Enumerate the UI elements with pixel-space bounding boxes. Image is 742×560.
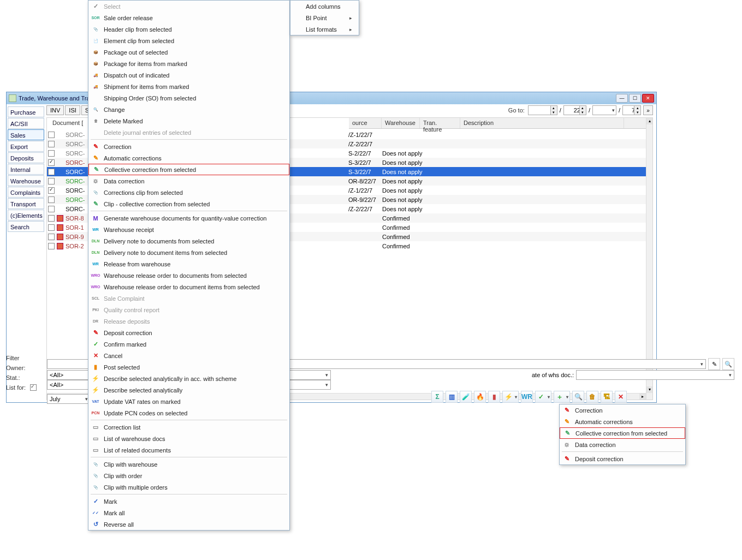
menu-item[interactable]: WRRelease from warehouse: [88, 258, 289, 270]
menu-item[interactable]: ✓Mark: [88, 496, 289, 507]
filter-build-button[interactable]: ✎: [708, 358, 720, 370]
menu-item[interactable]: 🗑Delete Marked: [88, 115, 289, 127]
row-checkbox[interactable]: [48, 141, 55, 147]
menu-item[interactable]: 🚚Dispatch out of indicated: [88, 69, 289, 81]
goto-field4[interactable]: 7▴▾: [622, 105, 641, 115]
nav-internal[interactable]: Internal: [8, 164, 44, 175]
menu-item[interactable]: 📎Clip with warehouse: [88, 458, 289, 470]
menu-item[interactable]: 📎Header clip from selected: [88, 23, 289, 35]
row-checkbox[interactable]: [48, 150, 55, 157]
menu-item[interactable]: PCNUpdate PCN codes on selected: [88, 407, 289, 419]
nav-acsii[interactable]: AC/SII: [8, 118, 44, 129]
menu-item[interactable]: ▭List of warehouse docs: [88, 433, 289, 444]
nav-export[interactable]: Export: [8, 141, 44, 152]
goto-field2[interactable]: 22▴▾: [563, 105, 586, 115]
toolbar-button[interactable]: ▥: [446, 391, 458, 403]
goto-field3[interactable]: [592, 105, 616, 115]
toolbar-button[interactable]: 🔥: [474, 391, 486, 403]
menu-item[interactable]: SORSale order release: [88, 12, 289, 23]
menu-item[interactable]: ✓Confirm marked: [88, 338, 289, 350]
menu-item[interactable]: ▮Post selected: [88, 361, 289, 373]
menu-item[interactable]: ↺Reverse all: [88, 519, 289, 530]
context-menu-columns[interactable]: Add columnsBI Point▸List formats▸: [290, 0, 359, 35]
toolbar-button[interactable]: Σ: [431, 391, 443, 403]
scrollbar-vertical[interactable]: ▴▾: [646, 118, 652, 400]
menu-item[interactable]: WROWarehouse release order to document i…: [88, 281, 289, 293]
menu-item[interactable]: ⚡Describe selected analytically in acc. …: [88, 373, 289, 384]
tab-inv[interactable]: INV: [46, 105, 64, 115]
menu-item[interactable]: 📎Clip with order: [88, 470, 289, 481]
menu-item[interactable]: 📎Corrections clip from selected: [88, 187, 289, 198]
menu-item[interactable]: VATUpdate VAT rates on marked: [88, 396, 289, 407]
menu-item[interactable]: ✎Clip - collective correction from selec…: [88, 198, 289, 210]
filter-apply-button[interactable]: 🔍: [722, 358, 734, 370]
nav-sales[interactable]: Sales: [8, 129, 44, 140]
col-header[interactable]: ource: [349, 118, 382, 128]
menu-item[interactable]: 📦Package out of selected: [88, 46, 289, 58]
nav-complaints[interactable]: Complaints: [8, 187, 44, 198]
toolbar-button[interactable]: ⚡: [502, 391, 519, 403]
row-checkbox[interactable]: [48, 132, 55, 138]
listfor-combo[interactable]: July: [47, 394, 91, 404]
menu-item[interactable]: 📦Package for items from marked: [88, 58, 289, 69]
menu-item[interactable]: ✎Correction: [88, 141, 289, 152]
menu-item[interactable]: List formats▸: [290, 23, 359, 35]
tab-isi[interactable]: ISI: [65, 105, 80, 115]
menu-item[interactable]: ✎Automatic corrections: [560, 416, 685, 427]
toolbar-button[interactable]: WR: [521, 391, 533, 403]
menu-item[interactable]: DLNDelivery note to document items from …: [88, 247, 289, 258]
dropdown-correction[interactable]: ✎Correction✎Automatic corrections✎Collec…: [559, 404, 686, 465]
menu-item[interactable]: ▭List of related documents: [88, 444, 289, 456]
col-header[interactable]: Description: [460, 118, 624, 128]
menu-item[interactable]: ✎Correction: [560, 404, 685, 416]
menu-item[interactable]: WROWarehouse release order to documents …: [88, 270, 289, 281]
nav-deposits[interactable]: Deposits: [8, 152, 44, 163]
menu-item[interactable]: BI Point▸: [290, 12, 359, 23]
menu-item[interactable]: Add columns: [290, 1, 359, 12]
listfor-checkbox[interactable]: [30, 384, 37, 391]
menu-item[interactable]: ✎Deposit correction: [88, 327, 289, 338]
menu-item[interactable]: ⚡Describe selected analytically: [88, 384, 289, 396]
menu-item[interactable]: ✎Collective correction from selected: [560, 427, 685, 439]
goto-field1[interactable]: ▴▾: [528, 105, 557, 115]
nav-transport[interactable]: Transport: [8, 198, 44, 209]
menu-item[interactable]: MGenerate warehouse documents for quanti…: [88, 212, 289, 224]
row-checkbox[interactable]: [48, 234, 55, 240]
menu-item[interactable]: 🔍Change: [88, 104, 289, 115]
whs-state-combo[interactable]: [576, 370, 734, 380]
toolbar-button[interactable]: ＋: [554, 391, 570, 403]
row-checkbox[interactable]: [48, 196, 55, 203]
context-menu-main[interactable]: ✓SelectSORSale order release📎Header clip…: [88, 0, 290, 531]
toolbar-button[interactable]: ▮: [488, 391, 500, 403]
menu-item[interactable]: 📎Clip with multiple orders: [88, 481, 289, 493]
menu-item[interactable]: WRWarehouse receipt: [88, 224, 289, 235]
row-checkbox[interactable]: [48, 159, 55, 166]
menu-item[interactable]: ✎Collective correction from selected: [88, 164, 289, 175]
toolbar-button[interactable]: 🔍: [572, 391, 584, 403]
menu-item[interactable]: ▭Correction list: [88, 421, 289, 433]
toolbar-button[interactable]: 🗑: [586, 391, 598, 403]
col-header[interactable]: Tran. feature: [420, 118, 460, 128]
toolbar-button[interactable]: 🏗: [601, 391, 613, 403]
minimize-button[interactable]: —: [616, 94, 628, 103]
menu-item[interactable]: 🚚Shipment for items from marked: [88, 81, 289, 92]
row-checkbox[interactable]: [48, 215, 55, 222]
row-checkbox[interactable]: [48, 187, 55, 194]
goto-go-button[interactable]: »: [643, 105, 653, 115]
toolbar-button[interactable]: ✕: [615, 391, 627, 403]
nav-purchase[interactable]: Purchase: [8, 106, 44, 117]
menu-item[interactable]: ⛭Data correction: [88, 175, 289, 187]
nav-celements[interactable]: (c)Elements: [8, 210, 44, 221]
menu-item[interactable]: ✓✓Mark all: [88, 507, 289, 519]
menu-item[interactable]: ✎Automatic corrections: [88, 152, 289, 164]
close-button[interactable]: ✕: [642, 94, 654, 103]
row-checkbox[interactable]: [48, 224, 55, 231]
row-checkbox[interactable]: [48, 206, 55, 212]
nav-warehouse[interactable]: Warehouse: [8, 175, 44, 186]
col-header[interactable]: Warehouse: [382, 118, 420, 128]
menu-item[interactable]: DLNDelivery note to documents from selec…: [88, 235, 289, 247]
maximize-button[interactable]: ☐: [629, 94, 641, 103]
menu-item[interactable]: ⛭Data correction: [560, 439, 685, 450]
toolbar-button[interactable]: ✓: [535, 391, 551, 403]
nav-search[interactable]: Search: [8, 221, 44, 232]
